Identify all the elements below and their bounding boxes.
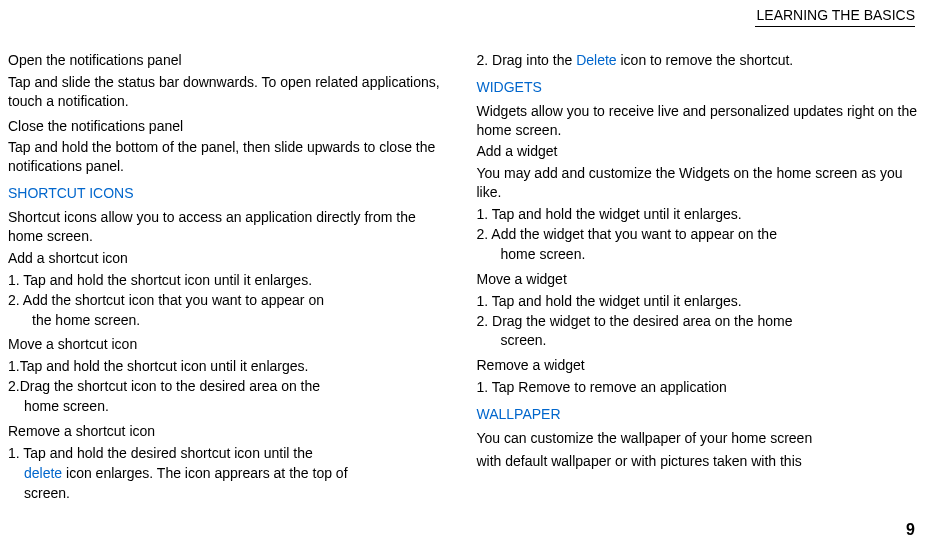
move-shortcut-step2b: home screen. bbox=[8, 397, 449, 416]
widgets-heading: WIDGETS bbox=[477, 78, 918, 97]
add-widget-intro: You may add and customize the Widgets on… bbox=[477, 164, 918, 202]
add-widget-step1: 1. Tap and hold the widget until it enla… bbox=[477, 205, 918, 224]
delete-word-2: Delete bbox=[576, 52, 616, 68]
page-header: LEARNING THE BASICS bbox=[755, 6, 915, 27]
shortcut-icons-heading: SHORTCUT ICONS bbox=[8, 184, 449, 203]
remove-widget-title: Remove a widget bbox=[477, 356, 918, 375]
add-shortcut-step1: 1. Tap and hold the shortcut icon until … bbox=[8, 271, 449, 290]
shortcut-intro: Shortcut icons allow you to access an ap… bbox=[8, 208, 449, 246]
remove-shortcut-step1-line2: delete icon enlarges. The icon apprears … bbox=[8, 464, 449, 483]
add-widget-title: Add a widget bbox=[477, 142, 918, 161]
move-widget-step1: 1. Tap and hold the widget until it enla… bbox=[477, 292, 918, 311]
close-notif-body: Tap and hold the bottom of the panel, th… bbox=[8, 138, 449, 176]
add-widget-step2: 2. Add the widget that you want to appea… bbox=[477, 225, 918, 244]
remove-shortcut-step1a: 1. Tap and hold the desired shortcut ico… bbox=[8, 444, 449, 463]
add-shortcut-step2: 2. Add the shortcut icon that you want t… bbox=[8, 291, 449, 310]
move-widget-title: Move a widget bbox=[477, 270, 918, 289]
close-notif-title: Close the notifications panel bbox=[8, 117, 449, 136]
move-shortcut-title: Move a shortcut icon bbox=[8, 335, 449, 354]
widgets-intro: Widgets allow you to receive live and pe… bbox=[477, 102, 918, 140]
remove-shortcut-title: Remove a shortcut icon bbox=[8, 422, 449, 441]
open-notif-body: Tap and slide the status bar downwards. … bbox=[8, 73, 449, 111]
wallpaper-body1: You can customize the wallpaper of your … bbox=[477, 429, 918, 448]
drag-delete-line: 2. Drag into the Delete icon to remove t… bbox=[477, 51, 918, 70]
open-notif-title: Open the notifications panel bbox=[8, 51, 449, 70]
header-title: LEARNING THE BASICS bbox=[757, 7, 915, 23]
content-area: Open the notifications panel Tap and sli… bbox=[8, 45, 917, 504]
page-number: 9 bbox=[906, 519, 915, 541]
wallpaper-body2: with default wallpaper or with pictures … bbox=[477, 452, 918, 471]
add-widget-step2b: home screen. bbox=[477, 245, 918, 264]
left-column: Open the notifications panel Tap and sli… bbox=[8, 45, 449, 504]
add-shortcut-title: Add a shortcut icon bbox=[8, 249, 449, 268]
remove-shortcut-step1c: screen. bbox=[8, 484, 449, 503]
remove-widget-step1: 1. Tap Remove to remove an application bbox=[477, 378, 918, 397]
move-shortcut-step2: 2.Drag the shortcut icon to the desired … bbox=[8, 377, 449, 396]
delete-word: delete bbox=[24, 465, 62, 481]
remove-shortcut-step1b: icon enlarges. The icon apprears at the … bbox=[62, 465, 347, 481]
move-widget-step2: 2. Drag the widget to the desired area o… bbox=[477, 312, 918, 331]
add-shortcut-step2b: the home screen. bbox=[8, 311, 449, 330]
move-widget-step2b: screen. bbox=[477, 331, 918, 350]
drag-delete-b: icon to remove the shortcut. bbox=[617, 52, 794, 68]
move-shortcut-step1: 1.Tap and hold the shortcut icon until i… bbox=[8, 357, 449, 376]
drag-delete-a: 2. Drag into the bbox=[477, 52, 577, 68]
right-column: 2. Drag into the Delete icon to remove t… bbox=[477, 45, 918, 504]
wallpaper-heading: WALLPAPER bbox=[477, 405, 918, 424]
